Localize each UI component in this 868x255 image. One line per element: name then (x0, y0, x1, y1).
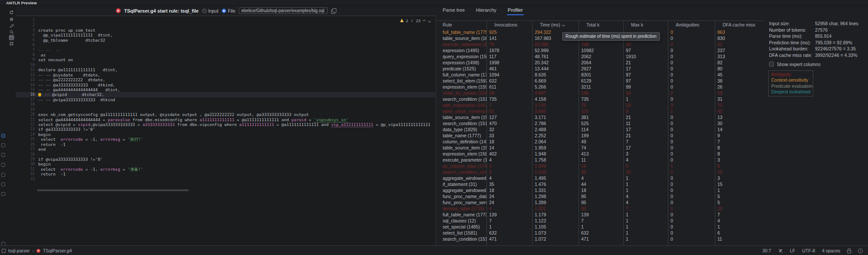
tab-profiler[interactable]: Profiler (508, 6, 523, 15)
code-line[interactable]: 31 select errorcode = -1, errormsg = '准备… (16, 167, 436, 172)
code-line[interactable]: 19 (16, 107, 436, 112)
code-line[interactable]: 29if @vipa333333333333 !='0' (16, 157, 436, 162)
notifications-icon[interactable]: ! (858, 248, 863, 253)
code-text: return -1 (38, 142, 66, 147)
code-line[interactable]: 5 @p_tblname dtchar32 (16, 38, 436, 43)
project-window-icon[interactable] (2, 249, 6, 253)
tool-stripe-icon[interactable] (1, 192, 5, 196)
tool-stripe-icon[interactable] (1, 163, 5, 167)
code-line[interactable]: 22select @vipid = vipid,@vipa33333333333… (16, 122, 436, 127)
code-line[interactable]: 9set nocount on (16, 57, 436, 62)
copy-icon[interactable] (331, 8, 336, 13)
indent-setting[interactable]: 4 spaces (822, 248, 840, 253)
table-cell: 7 (623, 139, 668, 145)
selected-tool-icon[interactable] (9, 35, 14, 40)
table-cell: 1.221 (532, 205, 579, 212)
show-expert-columns-checkbox[interactable]: Show expert columns (767, 61, 868, 68)
line-ending[interactable]: LF (790, 248, 795, 253)
table-cell: expression_elem (1589) (437, 151, 487, 157)
table-cell: 1 (623, 212, 668, 218)
tool-stripe-icon[interactable] (1, 173, 5, 177)
code-line[interactable]: 25 select errorcode = -1, errormsg = '执行… (16, 137, 436, 142)
breadcrumb-project[interactable]: tsql-parser (8, 248, 30, 253)
code-text: return -1 (38, 172, 66, 176)
stat-value: 92246/27576 = 3.35 (815, 46, 856, 52)
table-cell: 0 (668, 66, 715, 72)
column-header-dfa-cache-miss[interactable]: DFA cache miss (715, 21, 763, 29)
input-radio[interactable]: Input (202, 8, 218, 13)
code-line[interactable]: 15—— —— @a4444444444444444 dtint, (16, 87, 436, 92)
search-icon[interactable] (9, 29, 14, 35)
code-text: exec nb_com_getsysconfig @a1111111111111… (38, 112, 309, 117)
radio-on-icon[interactable] (222, 9, 226, 13)
code-line[interactable]: 7-- -- -- (16, 48, 436, 53)
code-line[interactable]: 16 —— @vipid dtchar32, (16, 92, 436, 97)
code-line[interactable]: 17—— —— @vipa333333333333 dtkind (16, 97, 436, 102)
code-line[interactable]: 4 @p_vipa1111111111111 dtint, (16, 33, 436, 37)
next-issue-icon[interactable] (428, 19, 431, 22)
checkbox-icon[interactable] (769, 62, 774, 66)
column-header-time-ms-[interactable]: Time (ms) (532, 21, 579, 29)
code-line[interactable]: 26 return -1 (16, 142, 436, 147)
code-line[interactable]: 12—— —— @sysdate dtdate, (16, 73, 436, 77)
code-line[interactable]: 11declare @a1111111111111 dtint, (16, 67, 436, 72)
line-number: 13 (16, 77, 35, 82)
radio-off-icon[interactable] (202, 9, 207, 13)
column-header-invocations[interactable]: Invocations (487, 21, 532, 29)
code-line[interactable]: 21select @a4444444444444444 = paravalue … (16, 117, 436, 122)
code-line[interactable]: 24begin (16, 132, 436, 137)
code-line[interactable]: 10 (16, 63, 436, 67)
horizontal-scrollbar[interactable] (37, 189, 189, 191)
column-header-total-k[interactable]: Total k (579, 21, 623, 29)
file-path-field[interactable]: ebelice/Github/tsql-parser/examples/big.… (239, 7, 328, 14)
file-radio[interactable]: File (222, 8, 235, 13)
column-header-max-k[interactable]: Max k (623, 21, 668, 29)
column-header-ambiguities[interactable]: Ambiguities (668, 21, 715, 29)
tab-hierarchy[interactable]: Hierarchy (476, 6, 496, 15)
edit-icon[interactable] (9, 23, 14, 29)
code-line[interactable]: 14—— —— @a333333333333 dtkind, (16, 83, 436, 87)
grid-icon[interactable] (9, 41, 14, 46)
line-number: 14 (16, 83, 35, 87)
unlock-icon[interactable] (847, 250, 851, 253)
column-header-rule[interactable]: Rule (437, 21, 487, 29)
code-line[interactable]: 33 (16, 177, 436, 182)
line-number: 17 (16, 97, 35, 102)
code-line[interactable]: 6 (16, 43, 436, 47)
encoding[interactable]: UTF-8 (802, 248, 815, 253)
table-cell: 471 (579, 236, 623, 242)
code-editor[interactable]: 123create proc up_com_test4 @p_vipa11111… (16, 16, 436, 245)
inspections-widget[interactable]: 2 ✓ 23 (400, 18, 431, 23)
intention-bulb-icon[interactable] (38, 93, 41, 96)
code-line[interactable]: 32 return -1 (16, 172, 436, 176)
table-cell: 611 (487, 84, 532, 90)
code-line[interactable]: 27end (16, 147, 436, 152)
tool-stripe-icon[interactable] (1, 143, 5, 147)
table-cell: 49 (579, 169, 623, 175)
stop-icon[interactable] (9, 17, 14, 22)
table-cell: 7 (487, 102, 532, 108)
code-line[interactable]: 1 (16, 18, 436, 23)
caret-position[interactable]: 30:7 (763, 248, 771, 253)
prev-issue-icon[interactable] (423, 19, 426, 22)
code-line[interactable]: 13—— —— @a2222222222 dtdate, (16, 77, 436, 82)
tool-stripe-icon[interactable] (1, 153, 5, 157)
code-line[interactable]: 23if @a333333333333 !='0' (16, 127, 436, 132)
table-cell: 35 (487, 181, 532, 187)
tool-stripe-icon[interactable] (1, 182, 5, 186)
code-line[interactable]: 18 (16, 102, 436, 107)
readonly-pen-icon[interactable] (778, 248, 783, 253)
code-line[interactable]: 30begin (16, 162, 436, 166)
code-line[interactable]: 2 (16, 23, 436, 27)
breadcrumb-separator: › (33, 248, 34, 253)
line-number: 19 (16, 107, 35, 112)
table-cell: 7 (715, 212, 763, 218)
code-line[interactable]: 20exec nb_com_getsysconfig @a11111111111… (16, 112, 436, 117)
refresh-icon[interactable] (9, 10, 14, 15)
tab-parse-tree[interactable]: Parse tree (443, 6, 465, 15)
code-line[interactable]: 8 as (16, 53, 436, 57)
breadcrumb-file[interactable]: TSqlParser.g4 (43, 248, 72, 253)
code-line[interactable]: 28 (16, 152, 436, 157)
tool-stripe-antlr-preview-icon[interactable] (1, 134, 5, 138)
code-line[interactable]: 3create proc up_com_test (16, 28, 436, 33)
